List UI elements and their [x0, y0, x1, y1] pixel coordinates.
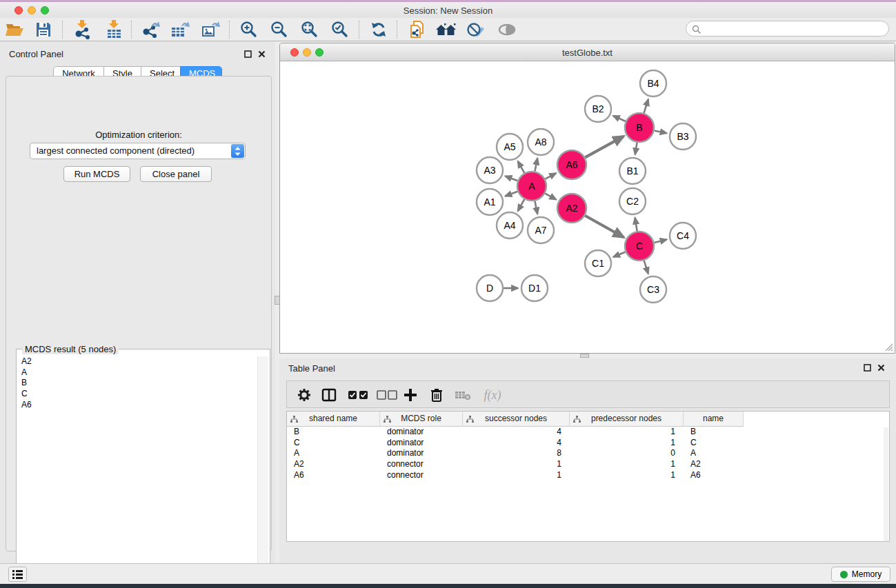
column-header-successor-nodes[interactable]: successor nodes	[463, 412, 570, 427]
zoom-in-button[interactable]	[237, 19, 261, 40]
memory-button[interactable]: Memory	[831, 567, 890, 582]
table-cell[interactable]: 1	[570, 459, 684, 470]
graph-edge-C-C3[interactable]	[644, 261, 648, 274]
table-cell[interactable]: 8	[463, 448, 570, 459]
table-cell[interactable]: A2	[287, 459, 380, 470]
graph-edge-C-C1[interactable]	[613, 252, 626, 256]
export-table-button[interactable]	[168, 19, 192, 40]
mcds-result-scrollbar[interactable]	[257, 356, 268, 581]
resize-grip-icon[interactable]	[884, 343, 893, 352]
select-all-button[interactable]	[346, 387, 370, 403]
column-header-MCDS-role[interactable]: MCDS role	[380, 412, 463, 427]
graph-node-B4[interactable]: B4	[640, 70, 666, 97]
mcds-result-item[interactable]: A6	[18, 400, 256, 411]
zoom-selected-button[interactable]	[328, 19, 352, 40]
graph-node-D1[interactable]: D1	[521, 275, 548, 301]
table-cell[interactable]: A6	[287, 470, 380, 481]
delete-table-button[interactable]	[454, 387, 472, 403]
import-network-button[interactable]	[70, 19, 94, 40]
open-session-button[interactable]	[3, 19, 26, 40]
table-cell[interactable]: 0	[570, 448, 684, 459]
column-view-button[interactable]	[320, 387, 338, 403]
optimization-criterion-select[interactable]: largest connected component (directed)	[30, 143, 246, 159]
mcds-result-item[interactable]: C	[18, 389, 256, 400]
table-cell[interactable]: connector	[380, 470, 463, 481]
network-window-titlebar[interactable]: testGlobe.txt	[280, 43, 895, 61]
graph-node-B1[interactable]: B1	[619, 158, 646, 184]
graph-node-B2[interactable]: B2	[585, 96, 611, 122]
column-header-shared-name[interactable]: shared name	[287, 412, 380, 427]
column-header-name[interactable]: name	[684, 412, 744, 427]
float-table-panel-icon[interactable]	[864, 364, 871, 372]
toggle-visibility-button[interactable]	[495, 19, 519, 40]
mcds-result-item[interactable]: A2	[18, 356, 256, 367]
graph-node-B[interactable]: B	[625, 113, 654, 142]
export-network-button[interactable]	[139, 19, 163, 40]
graph-node-A8[interactable]: A8	[528, 129, 554, 155]
search-box[interactable]	[686, 21, 889, 37]
mcds-result-item[interactable]: B	[18, 378, 256, 389]
table-cell[interactable]: dominator	[380, 438, 463, 449]
table-cell[interactable]: dominator	[380, 427, 463, 438]
table-cell[interactable]: A	[287, 448, 380, 459]
graph-edge-A6-B[interactable]	[585, 136, 624, 158]
table-scrollbar[interactable]	[884, 427, 888, 541]
table-cell[interactable]: C	[684, 438, 744, 449]
delete-column-button[interactable]	[428, 387, 446, 403]
graph-edge-A-A7[interactable]	[535, 201, 537, 214]
table-row[interactable]: A2connector11A2	[287, 459, 890, 470]
mcds-result-item[interactable]: A	[18, 367, 256, 378]
graph-edge-A-A3[interactable]	[505, 176, 517, 181]
graph-edge-B-B3[interactable]	[655, 130, 667, 133]
table-cell[interactable]: 1	[570, 427, 684, 438]
save-session-button[interactable]	[32, 19, 55, 40]
graph-edge-B-B2[interactable]	[613, 116, 626, 121]
close-panel-button[interactable]: Close panel	[140, 166, 212, 182]
table-cell[interactable]: 1	[570, 438, 684, 449]
network-graph-canvas[interactable]: B4B2BB3B1A5A8A3A6AA1A2C2A4A7CC4C1C3DD1	[280, 62, 895, 354]
table-cell[interactable]: 4	[463, 427, 570, 438]
graph-edge-C-C2[interactable]	[635, 218, 637, 232]
graph-edge-A-A2[interactable]	[545, 194, 556, 200]
graph-node-C1[interactable]: C1	[585, 250, 611, 276]
graph-node-C4[interactable]: C4	[670, 223, 696, 249]
graph-node-C2[interactable]: C2	[619, 188, 646, 214]
export-image-button[interactable]	[199, 19, 222, 40]
table-cell[interactable]: A	[684, 448, 744, 459]
table-cell[interactable]: 1	[463, 470, 570, 481]
refresh-view-button[interactable]	[367, 19, 390, 40]
zoom-out-button[interactable]	[268, 19, 291, 40]
run-mcds-button[interactable]: Run MCDS	[63, 166, 130, 182]
graph-node-A1[interactable]: A1	[477, 189, 503, 215]
graph-node-A6[interactable]: A6	[557, 150, 586, 179]
column-header-predecessor-nodes[interactable]: predecessor nodes	[570, 412, 684, 427]
table-cell[interactable]: A6	[684, 470, 744, 481]
deselect-all-button[interactable]	[375, 387, 399, 403]
graph-edge-C-C4[interactable]	[654, 240, 666, 243]
graph-node-A3[interactable]: A3	[477, 157, 503, 183]
import-table-button[interactable]	[102, 19, 126, 40]
table-row[interactable]: Adominator80A	[287, 448, 890, 459]
graph-edge-A2-C[interactable]	[585, 216, 624, 238]
function-builder-button[interactable]: f(x)	[479, 387, 506, 403]
graph-edge-A-A4[interactable]	[518, 199, 524, 211]
hide-details-button[interactable]	[465, 19, 488, 40]
table-row[interactable]: Bdominator41B	[287, 427, 890, 438]
close-table-panel-icon[interactable]	[877, 364, 885, 372]
add-column-button[interactable]	[401, 387, 419, 403]
table-cell[interactable]: B	[287, 427, 380, 438]
graph-node-C[interactable]: C	[625, 232, 654, 261]
table-cell[interactable]: 1	[570, 470, 684, 481]
horizontal-divider-handle[interactable]	[580, 354, 589, 358]
table-cell[interactable]: B	[684, 427, 744, 438]
graph-edge-B-B4[interactable]	[644, 99, 648, 113]
table-cell[interactable]: connector	[380, 459, 463, 470]
graph-edge-A-A6[interactable]	[545, 173, 556, 179]
graph-node-A5[interactable]: A5	[497, 134, 523, 160]
table-cell[interactable]: dominator	[380, 448, 463, 459]
close-panel-icon[interactable]	[258, 50, 266, 58]
table-row[interactable]: A6connector11A6	[287, 470, 890, 481]
graph-node-C3[interactable]: C3	[640, 276, 666, 303]
show-all-button[interactable]	[435, 19, 458, 40]
clone-network-button[interactable]	[406, 19, 429, 40]
